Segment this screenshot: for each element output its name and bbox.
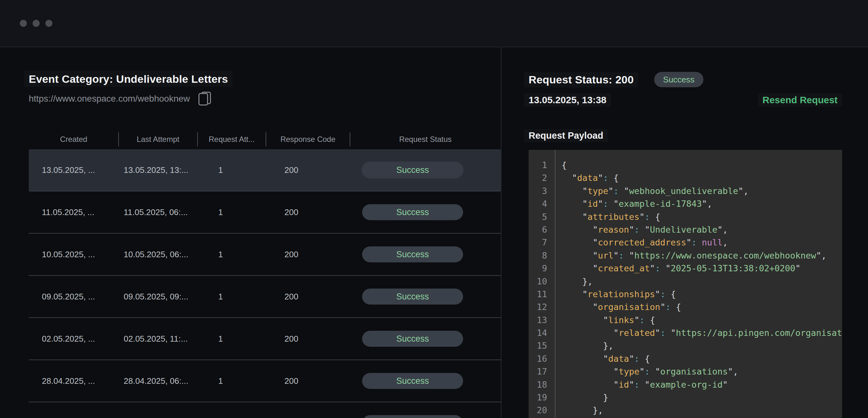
code-line: 15 }, xyxy=(529,340,842,352)
payload-code-block: 1{2 "data": {3 "type": "webhook_undelive… xyxy=(529,150,842,418)
response-code-cell: 200 xyxy=(266,334,350,344)
created-cell: 13.05.2025, ... xyxy=(29,165,119,175)
payload-label-text: Request Payload xyxy=(524,129,608,142)
request-attempts-cell: 1 xyxy=(197,376,266,386)
table-row[interactable]: 28.04.2025, ...28.04.2025, 06:...1200Suc… xyxy=(29,360,501,403)
code-line: 11 "relationships": { xyxy=(529,288,842,301)
line-number: 14 xyxy=(529,327,547,340)
response-code-cell: 200 xyxy=(266,207,350,217)
code-text: "organisation": { xyxy=(547,301,681,314)
page-title-text: Event Category: Undeliverable Letters xyxy=(24,71,232,87)
line-number: 7 xyxy=(529,236,547,249)
status-pill: Success xyxy=(362,373,463,389)
window-control-dot[interactable] xyxy=(20,20,27,27)
line-number: 17 xyxy=(529,365,547,378)
code-line: 20 }, xyxy=(529,404,842,417)
last-attempt-cell: 02.05.2025, 11:... xyxy=(119,334,197,344)
code-text: "corrected_address": null, xyxy=(547,236,728,249)
last-attempt-cell: 09.05.2025, 09:... xyxy=(119,292,197,302)
status-pill: Success xyxy=(362,162,463,178)
last-attempt-cell: 10.05.2025, 06:... xyxy=(119,250,197,259)
line-number: 11 xyxy=(529,288,547,301)
status-pill: Success xyxy=(362,415,463,418)
copy-icon[interactable] xyxy=(198,92,211,106)
status-pill: Success xyxy=(362,289,463,304)
line-number: 9 xyxy=(529,262,547,275)
code-line: 3 "type": "webhook_undeliverable", xyxy=(529,185,842,197)
events-table-header: CreatedLast AttemptRequest Att...Respons… xyxy=(29,129,501,149)
table-row[interactable]: 02.05.2025, ...02.05.2025, 11:...1200Suc… xyxy=(29,318,501,360)
webhook-url: https://www.onespace.com/webhooknew xyxy=(29,94,190,104)
column-header-c4: Response Code xyxy=(266,129,350,149)
last-attempt-cell: 13.05.2025, 13:... xyxy=(119,165,197,175)
line-number: 12 xyxy=(529,301,547,314)
request-attempts-cell: 1 xyxy=(197,250,266,259)
request-attempts-cell: 1 xyxy=(197,292,266,302)
code-text: "links": { xyxy=(547,314,655,327)
table-row[interactable]: 13.05.2025, ...13.05.2025, 13:...1200Suc… xyxy=(29,149,501,191)
status-pill: Success xyxy=(362,247,463,262)
request-status-cell: Success xyxy=(350,204,501,220)
code-text: "attributes": { xyxy=(547,211,660,223)
response-code-cell: 200 xyxy=(266,376,350,386)
line-number: 10 xyxy=(529,275,547,288)
code-line: 8 "url": "https://www.onespace.com/webho… xyxy=(529,249,842,262)
request-status-cell: Success xyxy=(350,162,501,178)
request-status-cell: Success xyxy=(350,415,501,418)
code-text: "id": "example-org-id" xyxy=(547,378,728,391)
code-text: "data": { xyxy=(547,171,619,184)
request-attempts-cell: 1 xyxy=(197,334,266,344)
window-titlebar xyxy=(0,0,868,47)
code-text: "created_at": "2025-05-13T13:38:02+0200" xyxy=(547,262,801,275)
request-attempts-cell: 1 xyxy=(197,165,266,175)
response-code-cell: 200 xyxy=(266,292,350,302)
request-status-header: Request Status: 200 Success xyxy=(529,71,842,88)
response-code-cell: 200 xyxy=(266,250,350,259)
code-text: "type": "webhook_undeliverable", xyxy=(547,185,748,197)
code-text: }, xyxy=(547,340,614,352)
code-line: 5 "attributes": { xyxy=(529,211,842,223)
resend-request-link[interactable]: Resend Request xyxy=(758,93,842,107)
line-number: 8 xyxy=(529,249,547,262)
last-attempt-cell: 11.05.2025, 06:... xyxy=(119,207,197,217)
line-number: 1 xyxy=(529,159,547,171)
created-cell: 02.05.2025, ... xyxy=(29,334,119,344)
request-status-cell: Success xyxy=(350,247,501,262)
status-pill: Success xyxy=(362,204,463,220)
request-detail-panel: Request Status: 200 Success 13.05.2025, … xyxy=(501,47,868,417)
window-control-dot[interactable] xyxy=(45,20,53,27)
main-content: Event Category: Undeliverable Letters ht… xyxy=(0,47,868,417)
status-badge: Success xyxy=(654,72,704,87)
code-line: 12 "organisation": { xyxy=(529,301,842,314)
code-text: { xyxy=(547,159,567,171)
code-text: }, xyxy=(547,404,603,417)
table-row[interactable]: 11.05.2025, ...11.05.2025, 06:...1200Suc… xyxy=(29,191,501,234)
line-number: 20 xyxy=(529,404,547,417)
code-text: "id": "example-id-17843", xyxy=(547,197,712,210)
code-line: 1{ xyxy=(529,159,842,171)
request-meta-row: 13.05.2025, 13:38 Resend Request xyxy=(529,93,842,107)
table-row[interactable]: Success xyxy=(29,403,501,418)
line-number: 3 xyxy=(529,185,547,197)
code-line: 18 "id": "example-org-id" xyxy=(529,378,842,391)
table-row[interactable]: 10.05.2025, ...10.05.2025, 06:...1200Suc… xyxy=(29,234,501,276)
code-line: 19 } xyxy=(529,391,842,404)
column-header-c5: Request Status xyxy=(350,129,501,149)
created-cell: 10.05.2025, ... xyxy=(29,250,119,259)
code-text: } xyxy=(547,391,608,404)
line-number: 2 xyxy=(529,171,547,184)
column-header-c3: Request Att... xyxy=(197,129,266,149)
code-line: 14 "related": "https://api.pingen.com/or… xyxy=(529,327,842,340)
table-row[interactable]: 09.05.2025, ...09.05.2025, 09:...1200Suc… xyxy=(29,276,501,318)
response-code-cell: 200 xyxy=(266,165,350,175)
line-number: 19 xyxy=(529,391,547,404)
code-line: 13 "links": { xyxy=(529,314,842,327)
request-status-cell: Success xyxy=(350,289,501,304)
code-text: "reason": "Undeliverable", xyxy=(547,223,728,236)
status-pill: Success xyxy=(362,331,463,347)
window-control-dot[interactable] xyxy=(33,20,40,27)
code-text: "data": { xyxy=(547,353,650,365)
code-text: "type": "organisations", xyxy=(547,365,738,378)
webhook-url-row: https://www.onespace.com/webhooknew xyxy=(29,91,501,106)
request-attempts-cell: 1 xyxy=(197,207,266,217)
